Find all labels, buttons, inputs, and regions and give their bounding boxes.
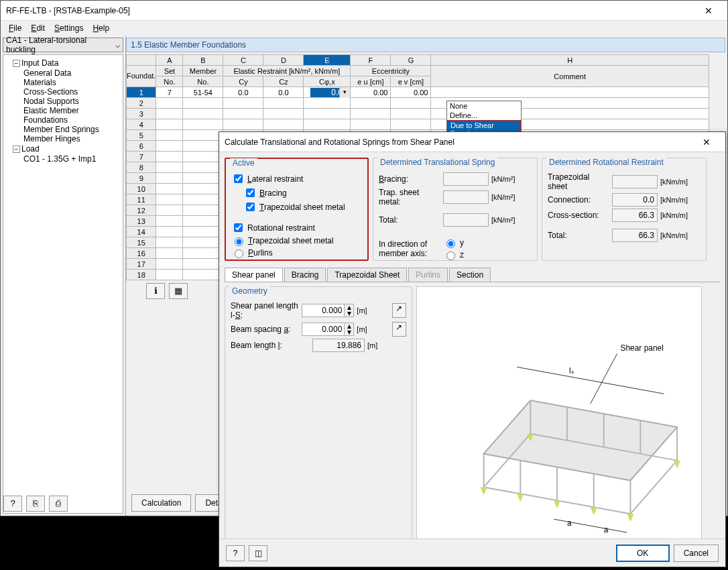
dir-z-radio[interactable]	[446, 251, 455, 260]
row-8[interactable]: 8	[127, 162, 156, 173]
tree-springs[interactable]: Member End Springs	[5, 125, 121, 134]
dd-none[interactable]: None	[447, 101, 521, 111]
hdr-set: Set	[156, 66, 183, 76]
close-icon[interactable]: ✕	[695, 5, 722, 16]
menu-help[interactable]: Help	[88, 22, 113, 34]
spacing-input[interactable]	[302, 323, 345, 336]
row-18[interactable]: 18	[127, 270, 156, 280]
chevron-down-icon[interactable]: ▾	[339, 87, 350, 98]
menubar: File Edit Settings Help	[1, 21, 727, 36]
rtrap-radio[interactable]	[235, 237, 243, 246]
col-a[interactable]: A	[156, 55, 183, 66]
row-16[interactable]: 16	[127, 248, 156, 259]
diagram-shear-label: Shear panel	[621, 343, 664, 353]
unit: [kN/m²]	[491, 175, 529, 183]
export-icon[interactable]: ⎘	[26, 496, 45, 512]
rot-legend: Determined Rotational Restraint	[546, 158, 666, 167]
row-10[interactable]: 10	[127, 184, 156, 194]
rtrap-label: Trapezoidal sheet metal	[248, 236, 334, 245]
help-icon[interactable]: ?	[226, 545, 245, 561]
tab-trap[interactable]: Trapezoidal Sheet	[327, 268, 407, 282]
cell-cphi[interactable]: 0.0 ▾	[304, 87, 351, 98]
dir-y-radio[interactable]	[446, 239, 455, 248]
row-14[interactable]: 14	[127, 227, 156, 237]
row-2[interactable]: 2	[127, 98, 156, 109]
purlins-radio[interactable]	[235, 249, 243, 258]
tree-nodal[interactable]: Nodal Supports	[5, 97, 121, 106]
unit: [kNm/m]	[660, 196, 698, 204]
row-17[interactable]: 17	[127, 259, 156, 270]
calculation-button[interactable]: Calculation	[131, 494, 191, 512]
cell-cphi-value[interactable]: 0.0	[310, 88, 344, 97]
case-combo[interactable]: CA1 - Lateral-torsional buckling ⌵	[3, 38, 123, 52]
tree-elastic[interactable]: Elastic Member Foundations	[5, 106, 121, 125]
ok-button[interactable]: OK	[616, 545, 670, 562]
help-icon[interactable]: ?	[3, 496, 22, 512]
row-1[interactable]: 1	[127, 87, 156, 98]
dir-y-label: y	[460, 238, 464, 247]
units-icon[interactable]: ◫	[249, 545, 267, 561]
col-h[interactable]: H	[431, 55, 709, 66]
menu-edit[interactable]: Edit	[27, 22, 49, 34]
expander-icon[interactable]: −	[13, 60, 20, 67]
tool-icon[interactable]: ▦	[169, 283, 188, 299]
panel-title: 1.5 Elastic Member Foundations	[126, 38, 725, 52]
spinner-icon[interactable]: ▴▾	[345, 323, 354, 336]
spinner-icon[interactable]: ▴▾	[345, 304, 354, 317]
row-4[interactable]: 4	[127, 119, 156, 130]
tree-load[interactable]: Load	[21, 144, 40, 154]
col-d[interactable]: D	[263, 55, 304, 66]
col-f[interactable]: F	[351, 55, 391, 66]
dd-define[interactable]: Define...	[447, 111, 521, 120]
cell-cy[interactable]: 0.0	[223, 87, 263, 98]
info-icon[interactable]: ℹ	[146, 283, 165, 299]
cell-member[interactable]: 51-54	[183, 87, 223, 98]
col-c[interactable]: C	[223, 55, 263, 66]
unit-m: [m]	[367, 341, 405, 349]
svg-line-25	[591, 526, 627, 532]
nav-tree[interactable]: −Input Data General Data Materials Cross…	[3, 54, 123, 514]
row-9[interactable]: 9	[127, 173, 156, 184]
tree-hinges[interactable]: Member Hinges	[5, 134, 121, 144]
tab-section[interactable]: Section	[449, 268, 491, 282]
dialog-tabs: Shear panel Bracing Trapezoidal Sheet Pu…	[225, 268, 720, 282]
menu-file[interactable]: File	[5, 22, 25, 34]
pick-icon[interactable]: ↗	[392, 322, 406, 337]
cell-comment[interactable]	[431, 87, 709, 98]
len-input[interactable]	[302, 304, 345, 317]
cell-cz[interactable]: 0.0	[263, 87, 304, 98]
close-icon[interactable]: ✕	[693, 137, 720, 148]
tree-general[interactable]: General Data	[5, 68, 121, 78]
lateral-checkbox[interactable]	[234, 174, 243, 183]
col-b[interactable]: B	[183, 55, 223, 66]
rot-checkbox[interactable]	[234, 223, 243, 232]
cell-set[interactable]: 7	[156, 87, 183, 98]
row-6[interactable]: 6	[127, 141, 156, 152]
row-12[interactable]: 12	[127, 205, 156, 216]
tree-materials[interactable]: Materials	[5, 78, 121, 87]
tab-shear[interactable]: Shear panel	[225, 268, 283, 282]
pick-icon[interactable]: ↗	[392, 303, 406, 318]
trans-legend: Determined Translational Spring	[377, 158, 497, 167]
menu-settings[interactable]: Settings	[50, 22, 87, 34]
row-13[interactable]: 13	[127, 216, 156, 227]
row-3[interactable]: 3	[127, 109, 156, 119]
tree-cross[interactable]: Cross-Sections	[5, 87, 121, 97]
import-icon[interactable]: ⎙	[49, 496, 68, 512]
tree-load-child[interactable]: CO1 - 1.35G + Imp1	[5, 154, 121, 164]
row-11[interactable]: 11	[127, 194, 156, 205]
col-g[interactable]: G	[391, 55, 431, 66]
cell-eu[interactable]: 0.00	[351, 87, 391, 98]
trap-checkbox[interactable]	[246, 203, 255, 211]
bracing-checkbox[interactable]	[246, 188, 255, 197]
col-e[interactable]: E	[304, 55, 351, 66]
expander-icon[interactable]: −	[13, 146, 20, 153]
row-7[interactable]: 7	[127, 152, 156, 162]
tree-input[interactable]: Input Data	[21, 58, 58, 68]
tab-bracing[interactable]: Bracing	[284, 268, 326, 282]
row-15[interactable]: 15	[127, 237, 156, 248]
rot-cross-val: 66.3	[612, 209, 658, 222]
cell-ev[interactable]: 0.00	[391, 87, 431, 98]
cancel-button[interactable]: Cancel	[674, 545, 719, 562]
row-5[interactable]: 5	[127, 130, 156, 141]
